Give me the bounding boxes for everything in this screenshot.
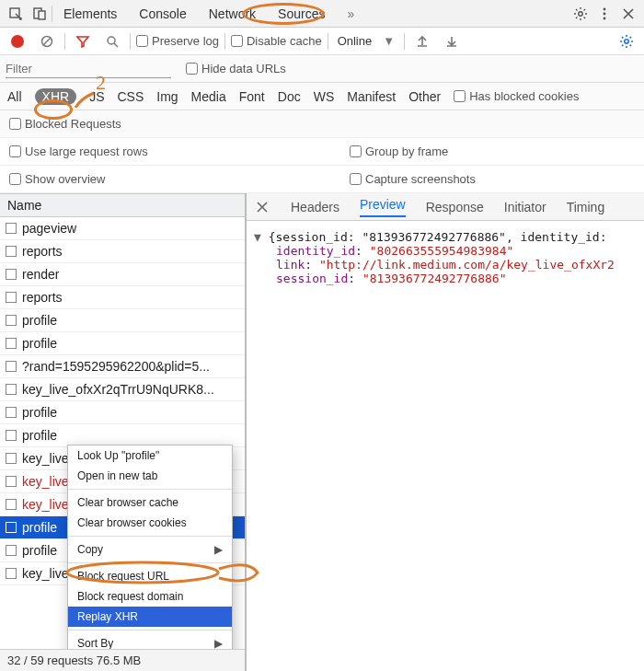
download-har-icon[interactable]: [440, 29, 464, 53]
inspect-icon[interactable]: [4, 2, 28, 26]
details-tab-initiator[interactable]: Initiator: [504, 200, 546, 214]
context-menu-item[interactable]: Clear browser cache: [68, 492, 232, 513]
request-row[interactable]: ?rand=1595295962200&plid=5...: [0, 355, 245, 378]
details-tab-preview[interactable]: Preview: [360, 197, 406, 217]
blocked-requests-row: Blocked Requests: [0, 110, 644, 138]
request-row[interactable]: key_live_ofxXr2qTrrU9NqURK8...: [0, 378, 245, 401]
request-row[interactable]: reports: [0, 286, 245, 309]
type-img[interactable]: Img: [156, 89, 178, 104]
resource-type-bar: All XHR JS CSS Img Media Font Doc WS Man…: [0, 83, 644, 110]
capture-screenshots-checkbox[interactable]: Capture screenshots: [350, 172, 644, 186]
options-row-1: Use large request rows Group by frame: [0, 138, 644, 166]
main-split: Name pageviewreportsrenderreportsprofile…: [0, 193, 644, 671]
filter-icon[interactable]: [71, 29, 95, 53]
context-menu[interactable]: Look Up "profile"Open in new tabClear br…: [67, 445, 233, 649]
network-settings-gear-icon[interactable]: [615, 29, 638, 53]
svg-point-6: [604, 17, 606, 19]
type-css[interactable]: CSS: [117, 89, 144, 104]
tabs-overflow[interactable]: »: [336, 0, 365, 27]
details-tabs: Headers Preview Response Initiator Timin…: [247, 193, 644, 221]
details-tab-headers[interactable]: Headers: [291, 200, 339, 214]
preview-pane[interactable]: ▼ {session_id: "813936772492776886", ide…: [247, 221, 644, 295]
svg-point-3: [579, 11, 582, 15]
show-overview-checkbox[interactable]: Show overview: [9, 172, 350, 186]
context-menu-item[interactable]: Block request URL: [68, 566, 232, 586]
context-menu-item[interactable]: Clear browser cookies: [68, 513, 232, 533]
type-manifest[interactable]: Manifest: [347, 89, 396, 104]
type-ws[interactable]: WS: [314, 89, 335, 104]
network-toolbar: Preserve log Disable cache Online▼: [0, 28, 644, 55]
svg-point-4: [604, 7, 606, 10]
tab-network[interactable]: Network: [198, 0, 267, 27]
request-row[interactable]: profile: [0, 401, 245, 424]
blocked-requests-checkbox[interactable]: Blocked Requests: [9, 117, 350, 131]
options-row-2: Show overview Capture screenshots: [0, 166, 644, 193]
preserve-log-checkbox[interactable]: Preserve log: [136, 34, 219, 48]
type-js[interactable]: JS: [89, 89, 104, 104]
search-icon[interactable]: [100, 29, 124, 53]
upload-har-icon[interactable]: [410, 29, 434, 53]
svg-point-9: [625, 39, 628, 42]
name-column-header[interactable]: Name: [0, 193, 245, 217]
details-panel: Headers Preview Response Initiator Timin…: [247, 193, 644, 671]
gear-icon[interactable]: [569, 2, 592, 26]
details-tab-response[interactable]: Response: [426, 200, 484, 214]
type-all[interactable]: All: [7, 89, 22, 104]
tab-console[interactable]: Console: [128, 0, 197, 27]
requests-panel: Name pageviewreportsrenderreportsprofile…: [0, 193, 247, 671]
request-row[interactable]: render: [0, 263, 245, 286]
clear-icon[interactable]: [35, 29, 59, 53]
context-menu-item[interactable]: Block request domain: [68, 586, 232, 607]
details-tab-timing[interactable]: Timing: [567, 200, 605, 214]
close-icon[interactable]: [616, 2, 640, 26]
context-menu-item[interactable]: Copy▶: [68, 539, 232, 560]
request-list[interactable]: pageviewreportsrenderreportsprofileprofi…: [0, 217, 245, 649]
type-doc[interactable]: Doc: [278, 89, 301, 104]
tab-sources[interactable]: Sources: [267, 0, 336, 27]
request-row[interactable]: pageview: [0, 217, 245, 240]
type-media[interactable]: Media: [191, 89, 226, 104]
type-xhr[interactable]: XHR: [35, 88, 77, 105]
request-row[interactable]: reports: [0, 240, 245, 263]
has-blocked-cookies-checkbox[interactable]: Has blocked cookies: [454, 89, 579, 103]
status-bar: 32 / 59 requests 76.5 MB: [0, 649, 245, 671]
tab-elements[interactable]: Elements: [52, 0, 128, 27]
context-menu-item[interactable]: Look Up "profile": [68, 445, 232, 466]
context-menu-item[interactable]: Open in new tab: [68, 466, 232, 486]
record-button[interactable]: [6, 29, 29, 53]
devtools-topbar: Elements Console Network Sources »: [0, 0, 644, 28]
hide-data-urls-checkbox[interactable]: Hide data URLs: [186, 62, 286, 75]
close-details-icon[interactable]: [254, 195, 270, 219]
context-menu-item[interactable]: Sort By▶: [68, 633, 232, 649]
svg-rect-2: [39, 11, 45, 19]
device-toolbar-icon[interactable]: [28, 2, 52, 26]
disable-cache-checkbox[interactable]: Disable cache: [231, 34, 322, 48]
request-row[interactable]: profile: [0, 309, 245, 332]
group-by-frame-checkbox[interactable]: Group by frame: [350, 145, 644, 158]
type-font[interactable]: Font: [239, 89, 265, 104]
type-other[interactable]: Other: [408, 89, 441, 104]
context-menu-item[interactable]: Replay XHR: [68, 607, 232, 627]
large-request-rows-checkbox[interactable]: Use large request rows: [9, 145, 350, 158]
kebab-icon[interactable]: [592, 2, 616, 26]
svg-point-8: [108, 37, 115, 44]
throttling-select[interactable]: Online▼: [334, 34, 398, 48]
request-row[interactable]: profile: [0, 332, 245, 355]
filter-bar: Hide data URLs: [0, 55, 644, 83]
svg-point-5: [604, 12, 606, 15]
filter-input[interactable]: [6, 60, 171, 78]
